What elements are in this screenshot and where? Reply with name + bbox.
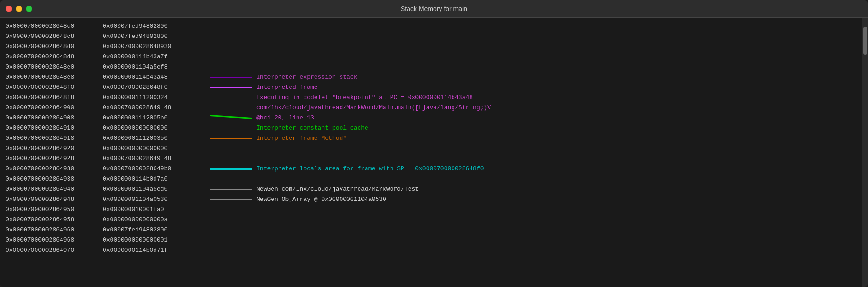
value: 0x0000000000000000 xyxy=(103,123,209,133)
window: Stack Memory for main 0x000070000028648c… xyxy=(0,0,868,287)
annotation-com-lhx: com/lhx/cloud/javathread/MarkWord/Main.m… xyxy=(256,103,491,113)
address: 0x000070000028648c8 xyxy=(6,31,103,42)
table-row: 0x00007000002864950 0x000000010001fa0 xyxy=(6,205,851,215)
address: 0x00007000002864900 xyxy=(6,103,103,113)
value: 0x000000010001fa0 xyxy=(103,205,209,215)
bar-purple xyxy=(210,77,252,78)
address: 0x00007000002864938 xyxy=(6,174,103,184)
value: 0x0000000111200350 xyxy=(103,133,209,144)
close-button[interactable] xyxy=(6,6,12,12)
table-row: 0x00007000002864930 0x000070000028649b0 … xyxy=(6,164,851,174)
value: 0x00007000028649 48 xyxy=(103,103,209,113)
table-row: 0x00007000002864900 0x00007000028649 48 … xyxy=(6,103,851,113)
address: 0x00007000002864908 xyxy=(6,113,103,123)
address: 0x00007000002864928 xyxy=(6,154,103,164)
value: 0x00000001104a0530 xyxy=(103,194,209,205)
bar-green-svg xyxy=(210,113,252,123)
table-row: 0x000070000028648e0 0x00000001104a5ef8 xyxy=(6,62,851,72)
address: 0x00007000002864948 xyxy=(6,194,103,205)
value: 0x00007fed94802800 xyxy=(103,225,209,235)
address: 0x000070000028648d0 xyxy=(6,42,103,52)
address: 0x00007000002864970 xyxy=(6,245,103,256)
annotation-executing-codelet: Executing in codelet "breakpoint" at PC … xyxy=(256,93,473,103)
value: 0x00007000028649 48 xyxy=(103,154,209,164)
value: 0x0000000111200324 xyxy=(103,93,209,103)
annotation-constant-pool: Interpreter constant pool cache xyxy=(256,123,368,133)
address: 0x00007000002864968 xyxy=(6,235,103,245)
traffic-lights xyxy=(6,6,32,12)
table-row: 0x00007000002864968 0x0000000000000001 xyxy=(6,235,851,245)
value: 0x00007fed94802800 xyxy=(103,21,209,31)
address: 0x00007000002864958 xyxy=(6,215,103,225)
value: 0x000000000000000a xyxy=(103,215,209,225)
window-title: Stack Memory for main xyxy=(401,5,467,12)
annotation-interpreter-expr-stack: Interpreter expression stack xyxy=(256,72,357,82)
value: 0x0000000114b43a7f xyxy=(103,52,209,62)
table-row: 0x00007000002864960 0x00007fed94802800 xyxy=(6,225,851,235)
memory-table: 0x000070000028648c0 0x00007fed94802800 0… xyxy=(6,21,851,256)
bar-green-container xyxy=(210,113,252,123)
bar-empty xyxy=(210,107,252,109)
bar-dark2 xyxy=(210,199,252,200)
bar-magenta xyxy=(210,87,252,88)
value: 0x0000000000000001 xyxy=(103,235,209,245)
table-row: 0x000070000028648f8 0x0000000111200324 E… xyxy=(6,93,851,103)
table-row: 0x000070000028648d0 0x00007000028648930 xyxy=(6,42,851,52)
address: 0x000070000028648e8 xyxy=(6,72,103,82)
value: 0x00000001112005b0 xyxy=(103,113,209,123)
annotation-interpreted-frame: Interpreted frame xyxy=(256,82,318,93)
table-row: 0x00007000002864948 0x00000001104a0530 N… xyxy=(6,194,851,205)
table-row: 0x000070000028648d8 0x0000000114b43a7f xyxy=(6,52,851,62)
value: 0x00007000028648f0 xyxy=(103,82,209,93)
address: 0x000070000028648d8 xyxy=(6,52,103,62)
value: 0x0000000000000000 xyxy=(103,144,209,154)
annotation-frame-method: Interpreter frame Method* xyxy=(256,133,347,144)
svg-marker-0 xyxy=(210,115,252,119)
address: 0x000070000028648c0 xyxy=(6,21,103,31)
table-row: 0x00007000002864920 0x0000000000000000 xyxy=(6,144,851,154)
table-row: 0x00007000002864940 0x00000001104a5ed0 N… xyxy=(6,184,851,194)
address: 0x00007000002864930 xyxy=(6,164,103,174)
table-row: 0x00007000002864958 0x000000000000000a xyxy=(6,215,851,225)
bar-empty xyxy=(210,97,252,99)
address: 0x00007000002864940 xyxy=(6,184,103,194)
address: 0x000070000028648e0 xyxy=(6,62,103,72)
annotation-bci: @bci 20, line 13 xyxy=(256,113,314,123)
annotation-newgen-test: NewGen com/lhx/cloud/javathread/MarkWord… xyxy=(256,184,419,194)
scrollbar[interactable] xyxy=(862,18,868,287)
bar-empty xyxy=(210,128,252,129)
bar-cyan xyxy=(210,168,252,170)
bar-dark1 xyxy=(210,189,252,190)
content-area: 0x000070000028648c0 0x00007fed94802800 0… xyxy=(0,18,868,287)
address: 0x00007000002864920 xyxy=(6,144,103,154)
table-row: 0x000070000028648f0 0x00007000028648f0 I… xyxy=(6,82,851,93)
address: 0x00007000002864910 xyxy=(6,123,103,133)
address: 0x00007000002864918 xyxy=(6,133,103,144)
value: 0x0000000114b43a48 xyxy=(103,72,209,82)
table-row: 0x00007000002864908 0x00000001112005b0 @… xyxy=(6,113,851,123)
address: 0x00007000002864950 xyxy=(6,205,103,215)
table-row: 0x000070000028648c0 0x00007fed94802800 xyxy=(6,21,851,31)
minimize-button[interactable] xyxy=(16,6,22,12)
table-row: 0x00007000002864970 0x0000000114b0d71f xyxy=(6,245,851,256)
table-row: 0x00007000002864910 0x0000000000000000 I… xyxy=(6,123,851,133)
table-row: 0x000070000028648c8 0x00007fed94802800 xyxy=(6,31,851,42)
address: 0x00007000002864960 xyxy=(6,225,103,235)
table-row: 0x00007000002864938 0x0000000114b0d7a0 xyxy=(6,174,851,184)
bar-orange xyxy=(210,138,252,139)
value: 0x0000000114b0d7a0 xyxy=(103,174,209,184)
maximize-button[interactable] xyxy=(26,6,32,12)
annotation-newgen-objarray: NewGen ObjArray @ 0x00000001104a0530 xyxy=(256,194,386,205)
table-row: 0x000070000028648e8 0x0000000114b43a48 I… xyxy=(6,72,851,82)
value: 0x00007fed94802800 xyxy=(103,31,209,42)
table-row: 0x00007000002864928 0x00007000028649 48 xyxy=(6,154,851,164)
scrollbar-thumb[interactable] xyxy=(863,27,867,55)
table-row: 0x00007000002864918 0x0000000111200350 I… xyxy=(6,133,851,144)
value: 0x00007000028648930 xyxy=(103,42,209,52)
value: 0x0000000114b0d71f xyxy=(103,245,209,256)
annotation-locals-area: Interpreter locals area for frame with S… xyxy=(256,164,484,174)
address: 0x000070000028648f0 xyxy=(6,82,103,93)
value: 0x00000001104a5ef8 xyxy=(103,62,209,72)
titlebar: Stack Memory for main xyxy=(0,0,868,18)
memory-display[interactable]: 0x000070000028648c0 0x00007fed94802800 0… xyxy=(0,18,862,287)
